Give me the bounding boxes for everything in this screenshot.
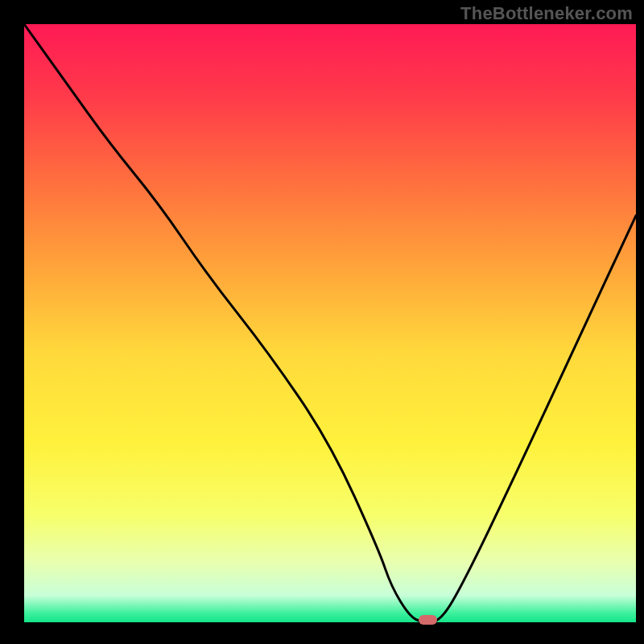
optimum-marker	[419, 615, 437, 625]
gradient-background	[24, 24, 636, 622]
bottleneck-chart	[0, 0, 644, 644]
chart-stage: TheBottleneker.com	[0, 0, 644, 644]
